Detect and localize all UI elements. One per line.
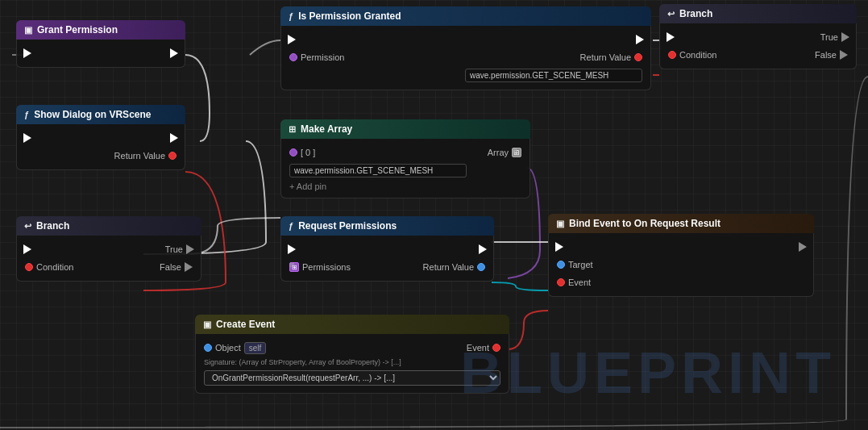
request-exec-out[interactable] <box>479 244 487 254</box>
request-permissions-title: Request Permissions <box>298 220 397 232</box>
grant-permission-icon: ▣ <box>24 25 32 35</box>
is-permission-exec-in[interactable] <box>288 35 296 44</box>
permissions-dot: ⊞ <box>289 262 299 272</box>
bind-event-title: Bind Event to On Request Result <box>569 218 721 229</box>
is-permission-exec-row <box>281 31 650 48</box>
exec-out-arrow <box>479 244 487 254</box>
show-dialog-exec-out[interactable] <box>170 133 178 143</box>
grant-permission-exec-row <box>17 44 185 62</box>
bind-event-target-pin[interactable]: Target <box>557 260 593 269</box>
make-array-body: [ 0 ] Array ⊞ + Add pin <box>280 139 530 198</box>
request-permissions-pin[interactable]: ⊞ Permissions <box>289 262 351 272</box>
node-branch-bottom: ↩ Branch True Condition False <box>16 216 201 282</box>
request-permissions-perm-row: ⊞ Permissions Return Value <box>281 258 493 276</box>
node-make-array: ⊞ Make Array [ 0 ] Array ⊞ + Add pin <box>280 119 530 198</box>
add-pin-label: + Add pin <box>289 182 326 191</box>
return-value-label: Return Value <box>114 151 165 161</box>
is-permission-title: Is Permission Granted <box>298 10 401 22</box>
show-dialog-icon: ƒ <box>24 110 29 119</box>
event-label: Event <box>568 278 591 287</box>
true-arrow <box>841 32 849 42</box>
event-label: Event <box>467 343 489 353</box>
grant-permission-exec-out[interactable] <box>170 48 178 58</box>
blueprint-watermark: BLUEPRINT <box>460 340 836 406</box>
branch-bottom-false-out[interactable]: False <box>160 262 193 272</box>
exec-in-arrow <box>667 32 675 42</box>
branch-bottom-header: ↩ Branch <box>16 216 201 236</box>
condition-label: Condition <box>679 50 716 60</box>
branch-top-true-out[interactable]: True <box>820 32 849 42</box>
create-event-signature: Signature: (Array of StrProperty, Array … <box>196 357 509 368</box>
make-array-array-out[interactable]: Array ⊞ <box>488 148 521 157</box>
index-label: [ 0 ] <box>301 148 315 157</box>
branch-top-exec-in[interactable] <box>667 32 675 42</box>
bind-event-exec-out[interactable] <box>799 242 807 252</box>
make-array-index-pin[interactable]: [ 0 ] <box>289 148 315 157</box>
bind-event-target-row: Target <box>549 256 813 273</box>
target-dot <box>557 261 565 269</box>
request-return-pin[interactable]: Return Value <box>423 262 485 272</box>
condition-dot <box>668 51 676 59</box>
perm-label: Permission <box>301 52 344 62</box>
exec-out-arrow <box>170 133 178 143</box>
branch-bottom-condition-pin[interactable]: Condition <box>25 262 73 272</box>
show-dialog-exec-in[interactable] <box>23 133 31 143</box>
make-array-title: Make Array <box>301 123 352 135</box>
exec-in-arrow <box>288 35 296 44</box>
true-label: True <box>820 32 838 42</box>
watermark-text: BLUEPRINT <box>460 340 836 405</box>
show-dialog-return-pin[interactable]: Return Value <box>114 151 177 161</box>
return-dot <box>477 263 485 271</box>
make-array-add-pin[interactable]: + Add pin <box>281 180 530 193</box>
grant-permission-body <box>16 40 185 68</box>
true-arrow <box>186 244 194 254</box>
grant-permission-exec-in[interactable] <box>23 48 31 58</box>
bind-event-event-pin[interactable]: Event <box>557 278 591 287</box>
bind-event-body: Target Event <box>548 233 814 297</box>
blueprint-canvas: ▣ Grant Permission ƒ Show Dialog on VRSc… <box>0 0 868 430</box>
create-event-body: Object self Event Signature: (Array of S… <box>195 334 509 394</box>
create-event-dropdown[interactable]: OnGrantPermissionResult(requestPerArr, .… <box>204 370 500 386</box>
condition-label: Condition <box>36 262 73 272</box>
branch-top-condition-pin[interactable]: Condition <box>668 50 716 60</box>
branch-bottom-condition-row: Condition False <box>17 258 201 276</box>
show-dialog-title: Show Dialog on VRScene <box>34 109 151 120</box>
false-label: False <box>160 262 181 272</box>
make-array-icon: ⊞ <box>289 124 296 135</box>
branch-bottom-true-out[interactable]: True <box>165 244 194 254</box>
permission-value-input[interactable] <box>465 69 642 82</box>
branch-bottom-title: Branch <box>36 220 69 232</box>
node-bind-event: ▣ Bind Event to On Request Result Target <box>548 214 814 297</box>
is-permission-perm-pin[interactable]: Permission <box>289 52 344 62</box>
branch-bottom-exec-in[interactable] <box>23 244 31 254</box>
create-event-object-pin[interactable]: Object self <box>204 342 266 354</box>
create-event-event-out[interactable]: Event <box>467 343 500 353</box>
exec-in-arrow <box>555 242 563 252</box>
bind-event-exec-in[interactable] <box>555 242 563 252</box>
create-event-header: ▣ Create Event <box>195 315 509 334</box>
request-permissions-icon: ƒ <box>289 221 293 231</box>
perm-dot <box>289 53 297 61</box>
create-event-title: Create Event <box>216 319 275 330</box>
return-dot <box>634 53 642 61</box>
exec-in-arrow <box>23 133 31 143</box>
grant-permission-title: Grant Permission <box>37 24 118 35</box>
is-permission-return-pin[interactable]: Return Value <box>580 52 642 62</box>
request-exec-in[interactable] <box>288 244 296 254</box>
event-dot <box>557 278 565 286</box>
object-label: Object <box>215 343 241 353</box>
false-label: False <box>815 50 837 60</box>
index-dot <box>289 148 297 157</box>
true-label: True <box>165 244 183 254</box>
node-show-dialog: ƒ Show Dialog on VRScene Return Value <box>16 105 185 170</box>
is-permission-header: ƒ Is Permission Granted <box>280 6 651 26</box>
is-permission-exec-out[interactable] <box>636 35 644 44</box>
node-create-event: ▣ Create Event Object self Event Signatu… <box>195 315 509 394</box>
make-array-value-input[interactable] <box>289 164 467 177</box>
node-branch-top: ↩ Branch True Condition False <box>659 4 857 69</box>
node-is-permission: ƒ Is Permission Granted Permission Retur… <box>280 6 651 90</box>
return-value-label: Return Value <box>423 262 474 272</box>
false-arrow <box>185 262 193 272</box>
branch-top-false-out[interactable]: False <box>815 50 848 60</box>
make-array-header: ⊞ Make Array <box>280 119 530 139</box>
